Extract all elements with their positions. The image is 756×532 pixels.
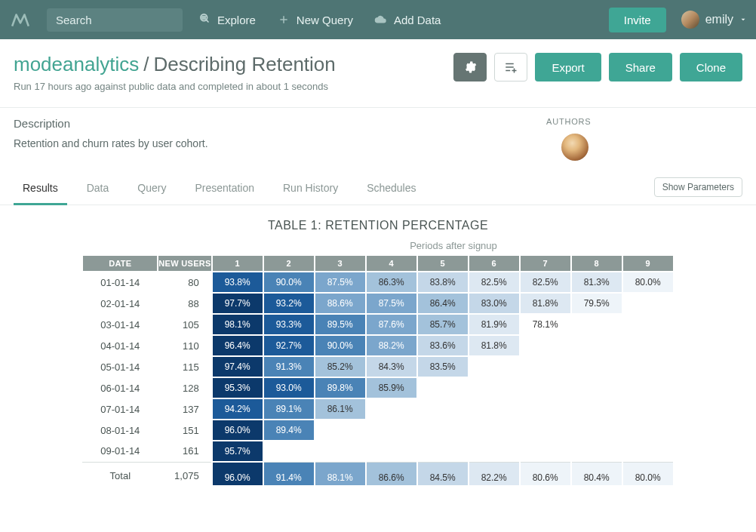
nav-new-query-label: New Query — [297, 14, 353, 26]
col-header: 4 — [366, 255, 417, 272]
heat-cell: 82.2% — [469, 462, 520, 486]
empty-cell — [315, 420, 366, 441]
heat-cell: 95.3% — [212, 377, 263, 398]
meta-strip: Description Retention and churn rates by… — [0, 107, 756, 174]
date-cell: 01-01-14 — [82, 272, 158, 293]
table-title: TABLE 1: RETENTION PERCENTAGE — [45, 219, 711, 232]
newusers-cell: 80 — [158, 272, 211, 293]
tab-presentation[interactable]: Presentation — [186, 174, 263, 204]
user-menu[interactable]: emily — [681, 11, 747, 29]
heat-cell: 84.3% — [366, 356, 417, 377]
empty-cell — [315, 441, 366, 462]
col-header: 9 — [622, 255, 674, 272]
author-avatar[interactable] — [561, 134, 589, 161]
heat-cell: 81.9% — [469, 314, 520, 335]
heat-cell: 80.6% — [520, 462, 571, 486]
show-parameters-button[interactable]: Show Parameters — [654, 177, 742, 197]
newusers-cell: 110 — [158, 335, 211, 356]
empty-cell — [622, 335, 674, 356]
heat-cell: 91.4% — [263, 462, 315, 486]
breadcrumb-separator: / — [143, 53, 149, 76]
table-row: 02-01-148897.7%93.2%88.6%87.5%86.4%83.0%… — [82, 293, 673, 314]
run-status: Run 17 hours ago against public data and… — [14, 81, 336, 92]
date-cell: 09-01-14 — [82, 441, 158, 462]
export-button[interactable]: Export — [535, 53, 601, 81]
heat-cell: 86.3% — [366, 272, 417, 293]
empty-cell — [263, 441, 315, 462]
col-header: 1 — [212, 255, 263, 272]
tab-query[interactable]: Query — [128, 174, 175, 204]
col-header: 5 — [417, 255, 469, 272]
flag-icon — [198, 14, 211, 26]
heat-cell: 88.6% — [315, 293, 366, 314]
empty-cell — [469, 377, 520, 398]
heat-cell: 85.2% — [315, 356, 366, 377]
table-row: 03-01-1410598.1%93.3%89.5%87.6%85.7%81.9… — [82, 314, 673, 335]
heat-cell: 83.6% — [417, 335, 469, 356]
page-title: modeanalytics / Describing Retention — [14, 53, 336, 76]
heat-cell: 83.8% — [417, 272, 469, 293]
total-newusers: 1,075 — [158, 462, 211, 486]
tab-results[interactable]: Results — [14, 174, 67, 205]
col-header: 2 — [263, 255, 315, 272]
add-to-button[interactable] — [494, 53, 527, 81]
empty-cell — [622, 356, 674, 377]
results-panel: TABLE 1: RETENTION PERCENTAGE Periods af… — [0, 205, 756, 509]
chevron-down-icon — [739, 13, 747, 26]
nav-explore[interactable]: Explore — [198, 14, 256, 26]
empty-cell — [622, 293, 674, 314]
empty-cell — [469, 441, 520, 462]
empty-cell — [417, 398, 469, 420]
heat-cell: 84.5% — [417, 462, 469, 486]
search-box[interactable] — [47, 8, 183, 32]
heat-cell: 80.0% — [622, 462, 674, 486]
empty-cell — [366, 398, 417, 420]
logo[interactable] — [9, 8, 32, 31]
heat-cell: 93.0% — [263, 377, 315, 398]
total-label: Total — [82, 462, 158, 486]
tab-data[interactable]: Data — [78, 174, 118, 204]
heat-cell: 97.4% — [212, 356, 263, 377]
heat-cell: 86.4% — [417, 293, 469, 314]
empty-cell — [520, 420, 571, 441]
share-button[interactable]: Share — [609, 53, 672, 81]
empty-cell — [571, 335, 622, 356]
nav-new-query[interactable]: New Query — [277, 14, 353, 26]
empty-cell — [469, 398, 520, 420]
empty-cell — [622, 377, 674, 398]
date-cell: 05-01-14 — [82, 356, 158, 377]
heat-cell: 87.6% — [366, 314, 417, 335]
col-header: 8 — [571, 255, 622, 272]
col-header: NEW USERS — [158, 255, 211, 272]
empty-cell — [571, 398, 622, 420]
invite-button[interactable]: Invite — [609, 8, 666, 32]
heat-cell: 88.1% — [315, 462, 366, 486]
nav-add-data[interactable]: Add Data — [374, 14, 441, 26]
clone-button[interactable]: Clone — [680, 53, 742, 81]
empty-cell — [571, 314, 622, 335]
header-actions: Export Share Clone — [453, 53, 742, 81]
newusers-cell: 151 — [158, 420, 211, 441]
cloud-icon — [374, 14, 388, 25]
empty-cell — [417, 420, 469, 441]
workspace-link[interactable]: modeanalytics — [14, 53, 139, 76]
empty-cell — [469, 356, 520, 377]
heat-cell: 87.5% — [315, 272, 366, 293]
heat-cell: 85.7% — [417, 314, 469, 335]
empty-cell — [366, 420, 417, 441]
settings-button[interactable] — [453, 53, 487, 81]
heat-cell: 86.1% — [315, 398, 366, 420]
authors-label: AUTHORS — [546, 117, 742, 126]
heat-cell: 90.0% — [263, 272, 315, 293]
date-cell: 02-01-14 — [82, 293, 158, 314]
tab-run-history[interactable]: Run History — [274, 174, 347, 204]
heat-cell: 93.2% — [263, 293, 315, 314]
table-row: 06-01-1412895.3%93.0%89.8%85.9% — [82, 377, 673, 398]
username-label: emily — [705, 13, 733, 26]
heat-cell: 83.5% — [417, 356, 469, 377]
heat-cell: 81.8% — [520, 293, 571, 314]
search-input[interactable] — [56, 14, 199, 26]
retention-table: DATENEW USERS12345678901-01-148093.8%90.… — [81, 254, 674, 487]
heat-cell: 85.9% — [366, 377, 417, 398]
tab-schedules[interactable]: Schedules — [358, 174, 425, 204]
